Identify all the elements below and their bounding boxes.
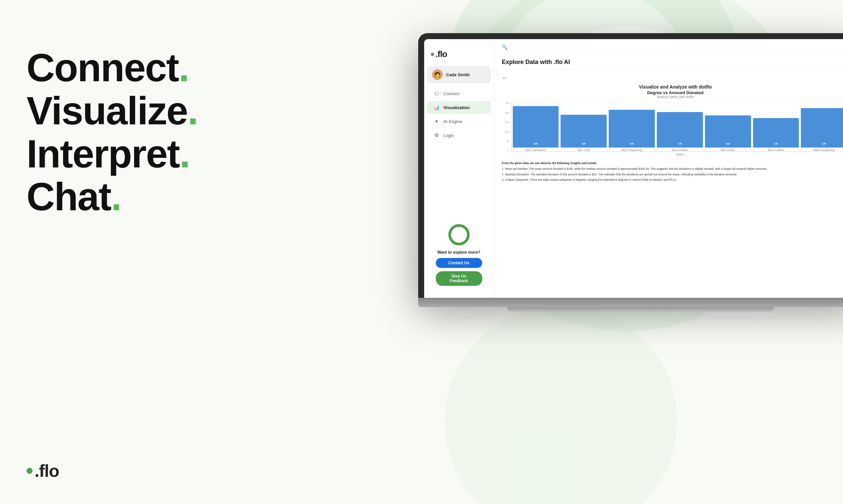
chart-header: ←: [502, 75, 843, 82]
sidebar-item-visualization-label: Visualization: [443, 105, 470, 110]
sidebar-item-ai-engine-label: AI Engine: [443, 119, 462, 124]
app-logo: .flo: [424, 46, 494, 66]
main-header: 🔍: [494, 39, 843, 54]
bar-val-4: 178: [678, 143, 682, 145]
contact-us-button[interactable]: Contact Us: [436, 258, 482, 268]
page-title: Explore Data with .flo AI: [502, 59, 570, 65]
bar-bach-music-fill: 162: [705, 115, 751, 147]
bar-bach-engineering: 190 Bach. of Engineering: [609, 110, 655, 151]
bar-bach-music: 162 Bach. of Music: [705, 115, 751, 151]
app-logo-text: .flo: [435, 49, 447, 59]
bar-xlabel-3: Bach. of Engineering: [609, 149, 655, 151]
user-profile-item[interactable]: 🧑 Cade Smith: [427, 66, 491, 83]
chart-subtitle: Analyze better with dotflo: [502, 95, 843, 99]
dot3: .: [179, 132, 190, 176]
connect-icon: ⬡: [433, 91, 440, 96]
insights-intro: From the given data, we can observe the …: [502, 161, 843, 165]
avatar: 🧑: [432, 69, 443, 80]
visualization-icon: 📊: [433, 105, 440, 110]
y-label-250: 250: [505, 102, 509, 105]
bar-bach-arts: 165 Bach. of Arts: [561, 115, 607, 151]
bar-val-1: 208: [534, 143, 538, 145]
bar-master-engineering: 198 Master of Engineering: [801, 108, 843, 151]
hero-line1: Connect.: [27, 47, 232, 90]
y-label-100: 100: [505, 131, 509, 133]
bar-val-5: 162: [726, 143, 730, 145]
x-axis-label: Degree: [511, 153, 843, 156]
insight-point-2: 2. Standard Deviation: The standard devi…: [502, 173, 843, 177]
hero-line3: Interpret.: [27, 133, 232, 176]
y-label-0: 0: [508, 149, 509, 152]
search-icon[interactable]: 🔍: [502, 44, 507, 50]
hero-line2: Visualize.: [27, 90, 232, 133]
hero-text: Connect. Visualize. Interpret. Chat.: [27, 47, 232, 218]
bar-bach-arts-fill: 165: [561, 115, 607, 147]
bar-xlabel-7: Master of Engineering: [801, 149, 843, 151]
logo-dot: [27, 468, 33, 474]
y-label-50: 50: [506, 140, 509, 142]
main-title-bar: Explore Data with .flo AI: [494, 54, 843, 69]
hero-line4: Chat.: [27, 175, 232, 218]
bar-xlabel-2: Bach. of Arts: [561, 149, 607, 151]
logo-label: .flo: [35, 461, 59, 481]
explore-circle-graphic: [448, 224, 470, 245]
login-icon: ⚙: [433, 132, 440, 138]
bar-bach-architecture-fill: 208: [513, 106, 559, 147]
y-label-200: 200: [505, 112, 509, 114]
laptop-outer: .flo 🧑 Cade Smith ⬡ Connect 📊 Visualizat…: [418, 33, 843, 298]
explore-more-label: Want to explore more?: [437, 250, 481, 255]
dot1: .: [178, 46, 189, 90]
bar-bach-engineering-fill: 190: [609, 110, 655, 147]
insights-section: From the given data, we can observe the …: [502, 161, 843, 182]
bar-bach-science-fill: 148: [753, 118, 799, 147]
bar-xlabel-5: Bach. of Music: [705, 149, 751, 151]
hero-panel: Connect. Visualize. Interpret. Chat.: [27, 47, 232, 218]
bottom-logo: .flo: [27, 461, 59, 481]
user-name: Cade Smith: [446, 72, 470, 77]
bar-xlabel-4: Bach. of Finance: [657, 149, 703, 151]
y-label-150: 150: [505, 121, 509, 123]
bar-master-engineering-fill: 198: [801, 108, 843, 147]
bar-xlabel-6: Bach. of Science: [753, 149, 799, 151]
app-main: 🔍 Explore Data with .flo AI ← Visualize …: [494, 39, 843, 298]
give-feedback-button[interactable]: Give Us Feedback: [436, 271, 482, 286]
sidebar-item-connect[interactable]: ⬡ Connect: [427, 87, 491, 100]
dot2: .: [188, 89, 198, 133]
bar-xlabel-1: Bach. of Architecture: [513, 149, 559, 151]
chart-section-title: Visualize and Analyze with dotflo: [502, 84, 843, 90]
insight-point-1: 1. Mean and Median: The mean amount dona…: [502, 167, 843, 171]
laptop-foot: [507, 307, 774, 312]
bar-val-6: 148: [774, 143, 778, 145]
bar-bach-science: 148 Bach. of Science: [753, 118, 799, 151]
app-logo-dot: [431, 53, 434, 56]
sidebar-bottom: Want to explore more? Contact Us Give Us…: [424, 219, 494, 291]
back-button[interactable]: ←: [502, 75, 508, 82]
dot4: .: [111, 175, 121, 218]
bar-bach-architecture: 208 Bach. of Architecture: [513, 106, 559, 151]
sidebar-item-visualization[interactable]: 📊 Visualization: [427, 101, 491, 114]
sidebar-item-login[interactable]: ⚙ Login: [427, 129, 491, 142]
y-axis-labels: 250 200 150 100 50 0: [505, 102, 509, 159]
laptop-base: [418, 298, 843, 307]
main-content: ← Visualize and Analyze with dotflo Degr…: [494, 69, 843, 298]
insight-point-3: 3. Unique Categories: There are eight un…: [502, 178, 843, 182]
app-sidebar: .flo 🧑 Cade Smith ⬡ Connect 📊 Visualizat…: [424, 39, 494, 298]
bars-area: 208 Bach. of Architecture 165 Bach.: [511, 102, 843, 159]
sidebar-item-ai-engine[interactable]: ✦ AI Engine: [427, 115, 491, 128]
laptop-mockup: .flo 🧑 Cade Smith ⬡ Connect 📊 Visualizat…: [418, 33, 843, 312]
bar-bach-finance: 178 Bach. of Finance: [657, 112, 703, 151]
bar-val-7: 198: [822, 143, 826, 145]
bar-bach-finance-fill: 178: [657, 112, 703, 147]
bar-val-3: 190: [630, 143, 634, 145]
bar-val-2: 165: [582, 143, 586, 145]
chart-title: Degree vs Amount Donated: [502, 90, 843, 95]
ai-engine-icon: ✦: [433, 119, 440, 124]
bar-chart: 250 200 150 100 50 0: [505, 102, 843, 159]
bars-container: 208 Bach. of Architecture 165 Bach.: [511, 102, 843, 152]
sidebar-item-connect-label: Connect: [443, 91, 459, 96]
sidebar-item-login-label: Login: [443, 133, 454, 138]
laptop-screen: .flo 🧑 Cade Smith ⬡ Connect 📊 Visualizat…: [424, 39, 843, 298]
